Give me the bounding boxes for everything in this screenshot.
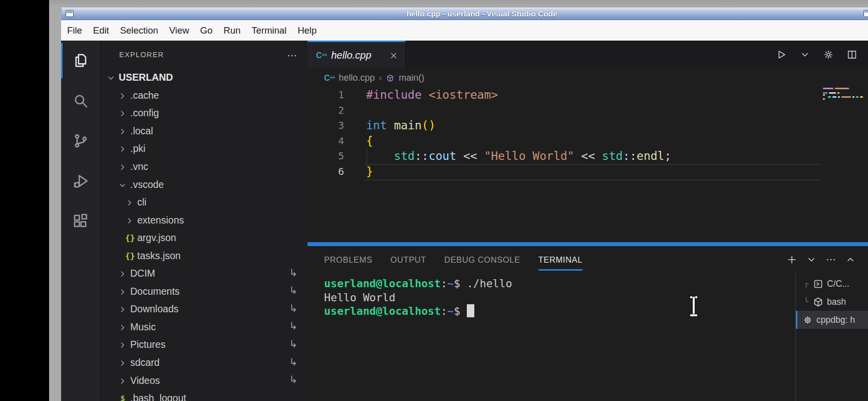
run-debug-icon [72, 172, 89, 189]
tree-item-label: cli [137, 196, 146, 208]
terminal-line-1: userland@localhost:~$ ./hello [324, 277, 795, 291]
menu-go[interactable]: Go [195, 25, 218, 36]
chevron-down-icon[interactable] [806, 254, 817, 265]
terminal-instance-3[interactable]: cppdbg: h [796, 311, 868, 329]
tree-item-pictures[interactable]: Pictures↳ [101, 336, 308, 354]
tree-item-downloads[interactable]: Downloads↳ [101, 300, 308, 318]
activity-source-control[interactable] [61, 121, 101, 161]
tree-item-videos[interactable]: Videos↳ [101, 371, 308, 389]
minimap[interactable] [823, 88, 863, 101]
tree-branch-glyph: └ [804, 297, 809, 306]
tree-item-label: .vscode [130, 179, 164, 190]
shell-file-icon: $ [118, 393, 127, 401]
chevron-right-icon [118, 376, 127, 385]
chevron-right-icon [118, 305, 127, 313]
files-icon [72, 52, 89, 69]
workbench: EXPLORER USERLAND.cache.config.local.pki… [61, 41, 868, 401]
code-lines: #include <iostream> int main(){ std::cou… [366, 87, 671, 179]
activity-extensions[interactable] [61, 201, 101, 241]
indent-guide [367, 149, 367, 164]
terminal-instance-2[interactable]: └bash [796, 293, 868, 311]
tree-item--local[interactable]: .local [101, 122, 308, 140]
window-menu-button[interactable] [66, 10, 74, 17]
code-line-4: { [366, 133, 671, 149]
tree-item-music[interactable]: Music↳ [101, 318, 308, 336]
gear-icon[interactable] [823, 49, 834, 60]
vscode-window: hello.cpp - userland - Visual Studio Cod… [61, 8, 868, 401]
close-icon[interactable] [389, 51, 398, 60]
menu-view[interactable]: View [164, 25, 195, 36]
tree-item--pki[interactable]: .pki [101, 140, 308, 158]
code-line-5: std::cout << "Hello World" << std::endl; [366, 148, 671, 164]
source-control-icon [72, 132, 89, 149]
tree-item--vnc[interactable]: .vnc [101, 158, 308, 176]
tree-item--vscode[interactable]: .vscode [101, 175, 308, 193]
chevron-up-icon[interactable] [845, 254, 856, 265]
plus-icon[interactable] [786, 254, 797, 265]
menu-file[interactable]: File [62, 25, 88, 36]
tree-item--cache[interactable]: .cache [101, 87, 308, 105]
terminal-output[interactable]: userland@localhost:~$ ./helloHello World… [308, 273, 795, 401]
breadcrumb-file[interactable]: hello.cpp [339, 73, 375, 83]
sidebar-title: EXPLORER [119, 51, 164, 59]
tree-item-userland[interactable]: USERLAND [101, 69, 308, 87]
terminal-line-3: userland@localhost:~$ [324, 304, 795, 318]
menu-run[interactable]: Run [218, 25, 246, 36]
chevron-right-icon [125, 198, 134, 207]
more-actions-icon[interactable] [286, 50, 298, 61]
code-line-3: int main() [366, 118, 671, 133]
debug-gear-icon [802, 315, 813, 325]
ellipsis-icon[interactable] [825, 254, 836, 265]
window-titlebar[interactable]: hello.cpp - userland - Visual Studio Cod… [61, 8, 868, 20]
terminal-instance-1[interactable]: ┌C/C... [796, 275, 868, 293]
json-file-icon: {} [125, 233, 134, 243]
tree-item-sdcard[interactable]: sdcard↳ [101, 354, 308, 372]
chevron-right-icon [118, 162, 127, 171]
code-editor[interactable]: 123456 #include <iostream> int main(){ s… [308, 87, 868, 242]
tree-item-label: .local [130, 125, 153, 137]
panel-tab-problems[interactable]: PROBLEMS [324, 255, 373, 265]
tree-item-documents[interactable]: Documents↳ [101, 283, 308, 301]
tab-hello-cpp[interactable]: C++ hello.cpp [308, 41, 406, 69]
chevron-right-icon [118, 287, 127, 296]
tree-item-dcim[interactable]: DCIM↳ [101, 265, 308, 283]
panel-tab-debug-console[interactable]: DEBUG CONSOLE [444, 255, 520, 265]
code-line-2 [366, 103, 671, 118]
symlink-icon: ↳ [289, 356, 298, 368]
activity-search[interactable] [61, 81, 101, 121]
editor-and-panel: C++ hello.cpp C++ hello.cpp › main() 123… [308, 41, 868, 401]
terminal-cursor [467, 304, 474, 317]
run-icon[interactable] [776, 49, 787, 60]
breadcrumb-symbol[interactable]: main() [399, 73, 424, 83]
tree-item--config[interactable]: .config [101, 104, 308, 122]
tree-item--bash-logout[interactable]: $.bash_logout [101, 389, 308, 401]
code-line-1: #include <iostream> [366, 87, 671, 103]
activity-explorer[interactable] [61, 41, 101, 81]
panel-header: PROBLEMSOUTPUTDEBUG CONSOLETERMINAL [308, 246, 868, 273]
window-maximize-button[interactable] [863, 10, 868, 17]
panel-tab-output[interactable]: OUTPUT [391, 255, 426, 265]
menu-selection[interactable]: Selection [115, 25, 164, 36]
tree-item-argv-json[interactable]: {}argv.json [101, 229, 308, 247]
sidebar-header: EXPLORER [101, 41, 308, 69]
split-editor-icon[interactable] [846, 49, 857, 60]
editor-tab-bar: C++ hello.cpp [308, 41, 868, 69]
tree-item-cli[interactable]: cli [101, 193, 308, 212]
activity-run-debug[interactable] [61, 161, 101, 201]
chevron-down-icon[interactable] [799, 49, 810, 60]
cpp-file-icon: C++ [316, 52, 327, 60]
tree-item-tasks-json[interactable]: {}tasks.json [101, 247, 308, 265]
tree-item-label: .bash_logout [130, 392, 186, 401]
tree-item-extensions[interactable]: extensions [101, 211, 308, 229]
menu-terminal[interactable]: Terminal [246, 25, 292, 36]
tree-item-label: extensions [137, 215, 184, 226]
terminal-instance-label: C/C... [827, 279, 849, 289]
panel-tab-terminal[interactable]: TERMINAL [538, 255, 583, 265]
menu-edit[interactable]: Edit [88, 25, 115, 36]
menu-help[interactable]: Help [292, 25, 322, 36]
panel-resize-sash[interactable] [308, 242, 868, 246]
current-line-border-bottom [366, 179, 820, 180]
chevron-right-icon [118, 340, 127, 349]
chevron-down-icon [118, 180, 127, 189]
tree-item-label: DCIM [130, 268, 155, 279]
